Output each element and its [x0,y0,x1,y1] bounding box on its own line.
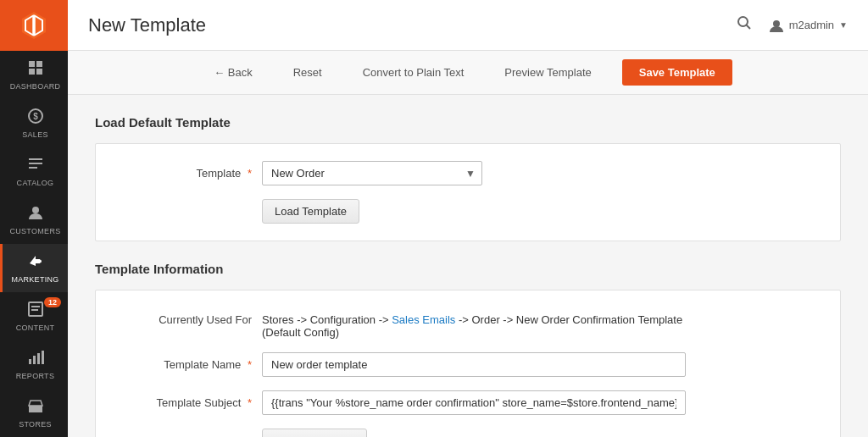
sidebar-item-marketing-label: MARKETING [11,275,58,284]
back-button[interactable]: ← Back [203,61,263,84]
sidebar-item-reports[interactable]: REPORTS [0,340,68,389]
convert-to-plain-text-button[interactable]: Convert to Plain Text [353,61,475,84]
catalog-icon [27,156,44,175]
svg-point-25 [738,17,748,26]
magento-logo-icon [19,10,49,41]
svg-text:$: $ [33,112,38,121]
currently-used-for-row: Currently Used For Stores -> Configurati… [116,307,820,339]
load-section-body: Template * New Order New Order for Guest… [95,143,841,241]
template-name-label: Template Name * [116,352,252,371]
user-name: m2admin [789,19,834,31]
svg-rect-17 [33,356,36,364]
sidebar-item-content-label: CONTENT [16,324,55,332]
search-button[interactable] [733,12,755,38]
template-name-input-wrapper [262,352,686,377]
svg-rect-19 [42,351,44,364]
load-section-title: Load Default Template [95,115,841,130]
sales-icon: $ [27,108,44,127]
sidebar-item-sales-label: SALES [22,130,48,139]
user-avatar-icon [769,18,784,33]
svg-point-12 [38,260,42,263]
insert-variable-row: Insert Variable... [116,429,820,437]
sidebar-item-catalog[interactable]: CATALOG [0,147,68,196]
template-name-input[interactable] [262,352,686,377]
top-header: New Template m2admin ▼ [68,0,868,51]
svg-rect-8 [29,163,42,164]
sidebar-item-sales[interactable]: $ SALES [0,99,68,147]
svg-rect-4 [36,69,42,75]
stores-icon [27,397,44,417]
currently-used-for-value: Stores -> Configuration -> Sales Emails … [262,307,686,339]
template-select-label: Template * [116,161,252,180]
svg-rect-16 [29,359,31,364]
sidebar-item-stores[interactable]: STORES [0,389,68,437]
sales-emails-link[interactable]: Sales Emails [392,313,455,326]
content-area: Load Default Template Template * New Ord… [68,95,868,437]
preview-template-button[interactable]: Preview Template [494,61,601,84]
info-section-body: Currently Used For Stores -> Configurati… [95,290,841,437]
load-default-template-section: Load Default Template Template * New Ord… [95,115,841,241]
sidebar-item-customers-label: CUSTOMERS [9,227,60,235]
svg-rect-7 [29,158,42,160]
currently-used-for-text: Stores -> Configuration -> Sales Emails … [262,307,686,339]
template-dropdown[interactable]: New Order New Order for Guest [262,161,482,185]
svg-rect-9 [29,167,37,169]
marketing-icon [27,252,44,272]
user-menu[interactable]: m2admin ▼ [769,18,848,33]
template-subject-row: Template Subject * [116,390,820,415]
svg-rect-1 [29,61,35,67]
save-template-button[interactable]: Save Template [622,59,732,86]
page-title: New Template [88,14,206,36]
svg-rect-2 [36,61,42,67]
customers-icon [27,204,44,224]
reports-icon [27,349,44,368]
sidebar-logo [0,0,68,51]
user-dropdown-icon: ▼ [839,20,848,30]
svg-line-26 [746,25,750,30]
template-select-row: Template * New Order New Order for Guest… [116,161,820,185]
sidebar-item-catalog-label: CATALOG [17,179,54,187]
template-subject-input-wrapper [262,390,686,415]
svg-rect-14 [31,306,40,307]
svg-rect-21 [33,408,38,412]
insert-variable-button[interactable]: Insert Variable... [262,429,367,437]
dashboard-icon [27,59,44,79]
sidebar-item-customers[interactable]: CUSTOMERS [0,196,68,244]
content-badge: 12 [44,297,61,307]
template-information-section: Template Information Currently Used For … [95,262,841,437]
sidebar-item-content[interactable]: CONTENT 12 [0,292,68,340]
template-info-title: Template Information [95,262,841,276]
search-icon [737,15,752,30]
svg-rect-15 [31,309,38,311]
template-subject-label: Template Subject * [116,390,252,409]
toolbar: ← Back Reset Convert to Plain Text Previ… [68,51,868,95]
svg-point-10 [32,207,39,213]
template-subject-required-marker: * [248,396,252,409]
template-dropdown-wrapper: New Order New Order for Guest ▼ [262,161,482,185]
template-subject-input[interactable] [262,390,686,415]
load-template-button-row: Load Template [116,199,820,224]
template-select-wrapper: New Order New Order for Guest ▼ [262,161,652,185]
header-actions: m2admin ▼ [733,12,848,38]
svg-rect-3 [29,69,35,75]
sidebar-item-reports-label: REPORTS [16,372,54,380]
sidebar: DASHBOARD $ SALES CATALOG CUSTOMERS MARK… [0,0,68,437]
load-template-button[interactable]: Load Template [262,199,359,224]
svg-point-27 [773,20,780,27]
sidebar-item-marketing[interactable]: MARKETING [0,244,68,292]
sidebar-item-stores-label: STORES [19,420,52,429]
main-content: New Template m2admin ▼ ← Back Reset Conv… [68,0,868,437]
svg-rect-18 [37,353,40,364]
currently-used-for-label: Currently Used For [116,307,252,326]
template-required-marker: * [248,167,252,180]
content-icon [27,301,44,320]
sidebar-item-dashboard[interactable]: DASHBOARD [0,51,68,99]
template-name-row: Template Name * [116,352,820,377]
template-name-required-marker: * [248,358,252,371]
reset-button[interactable]: Reset [283,61,332,84]
sidebar-item-dashboard-label: DASHBOARD [10,82,61,91]
sidebar-navigation: DASHBOARD $ SALES CATALOG CUSTOMERS MARK… [0,51,68,437]
